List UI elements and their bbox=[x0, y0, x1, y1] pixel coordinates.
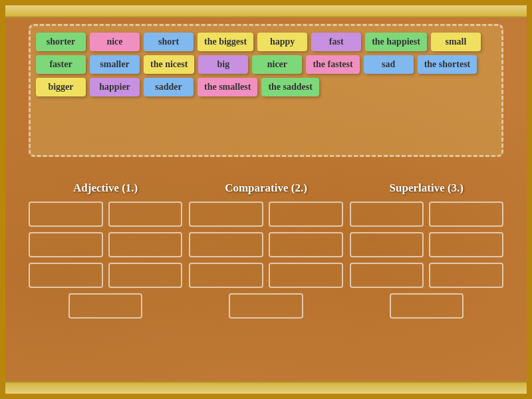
adjective-column: Adjective (1.) bbox=[29, 182, 182, 375]
adjective-extra-slot bbox=[29, 293, 182, 319]
word-card-small[interactable]: small bbox=[431, 33, 481, 51]
word-card-the-happiest[interactable]: the happiest bbox=[365, 33, 427, 51]
word-card-big[interactable]: big bbox=[198, 55, 248, 74]
comparative-extra-slot bbox=[189, 293, 342, 319]
word-card-sadder[interactable]: sadder bbox=[144, 78, 194, 96]
word-card-the-saddest[interactable]: the saddest bbox=[261, 78, 319, 96]
drop-slot[interactable] bbox=[29, 201, 103, 227]
drop-slot[interactable] bbox=[108, 232, 183, 257]
superlative-column: Superlative (3.) bbox=[350, 182, 503, 375]
word-card-the-smallest[interactable]: the smallest bbox=[198, 78, 257, 96]
drop-slot[interactable] bbox=[269, 201, 343, 227]
word-card-fast[interactable]: fast bbox=[311, 33, 361, 51]
word-bank: shorterniceshortthe biggesthappyfastthe … bbox=[29, 24, 503, 157]
word-bank-inner: shorterniceshortthe biggesthappyfastthe … bbox=[36, 33, 496, 96]
word-card-happy[interactable]: happy bbox=[257, 33, 307, 51]
word-card-the-nicest[interactable]: the nicest bbox=[144, 55, 194, 74]
drop-slot[interactable] bbox=[429, 263, 503, 288]
drop-slot[interactable] bbox=[189, 232, 263, 257]
drop-slot[interactable] bbox=[189, 263, 263, 288]
drop-slot[interactable] bbox=[108, 263, 183, 288]
drop-slot[interactable] bbox=[350, 263, 424, 288]
drop-slot[interactable] bbox=[390, 293, 464, 319]
drop-slot[interactable] bbox=[29, 263, 103, 288]
drop-slot[interactable] bbox=[68, 293, 142, 319]
drop-slot[interactable] bbox=[350, 201, 424, 227]
word-card-happier[interactable]: happier bbox=[90, 78, 140, 96]
word-card-short[interactable]: short bbox=[144, 33, 194, 51]
drop-slot[interactable] bbox=[189, 201, 263, 227]
bottom-banner bbox=[5, 382, 527, 394]
comparative-column: Comparative (2.) bbox=[189, 182, 342, 375]
superlative-extra-slot bbox=[350, 293, 503, 319]
drop-slot[interactable] bbox=[229, 293, 303, 319]
adjective-title: Adjective (1.) bbox=[73, 182, 138, 195]
word-card-the-fastest[interactable]: the fastest bbox=[306, 55, 359, 74]
drop-slot[interactable] bbox=[429, 201, 503, 227]
word-card-the-biggest[interactable]: the biggest bbox=[198, 33, 253, 51]
adjective-slots bbox=[29, 201, 182, 288]
superlative-slots bbox=[350, 201, 503, 288]
comparative-slots bbox=[189, 201, 342, 288]
word-card-nice[interactable]: nice bbox=[90, 33, 140, 51]
drop-slot[interactable] bbox=[269, 232, 343, 257]
word-card-the-shortest[interactable]: the shortest bbox=[418, 55, 477, 74]
drop-slot[interactable] bbox=[29, 232, 103, 257]
word-card-smaller[interactable]: smaller bbox=[90, 55, 140, 74]
word-card-shorter[interactable]: shorter bbox=[36, 33, 86, 51]
drop-slot[interactable] bbox=[429, 232, 503, 257]
drop-slot[interactable] bbox=[269, 263, 343, 288]
drop-slot[interactable] bbox=[108, 201, 183, 227]
word-card-bigger[interactable]: bigger bbox=[36, 78, 86, 96]
top-banner bbox=[5, 5, 527, 17]
word-card-faster[interactable]: faster bbox=[36, 55, 86, 74]
word-card-sad[interactable]: sad bbox=[364, 55, 414, 74]
corkboard: shorterniceshortthe biggesthappyfastthe … bbox=[0, 0, 532, 399]
word-card-nicer[interactable]: nicer bbox=[252, 55, 302, 74]
superlative-title: Superlative (3.) bbox=[390, 182, 464, 195]
comparative-title: Comparative (2.) bbox=[225, 182, 307, 195]
drop-slot[interactable] bbox=[350, 232, 424, 257]
bottom-section: Adjective (1.) Comparative (2.) bbox=[29, 182, 503, 375]
